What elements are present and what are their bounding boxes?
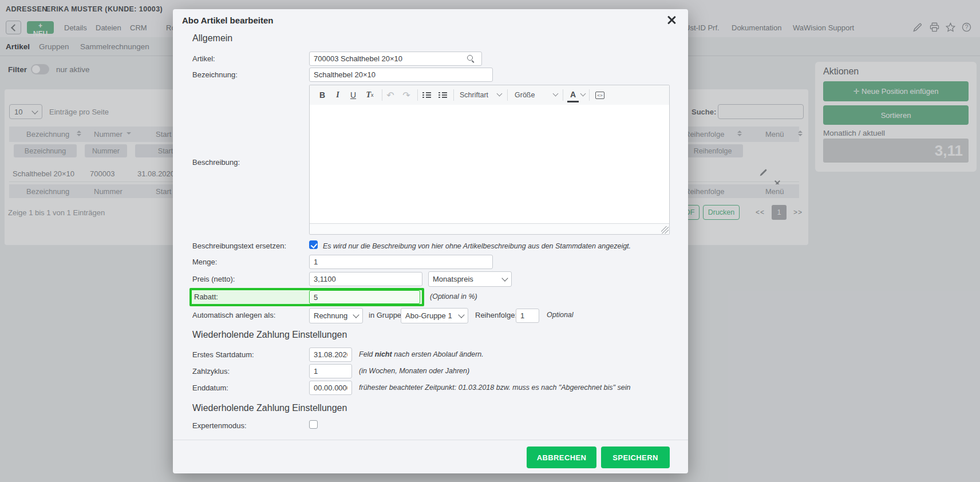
description-editor: B I U Tx ↶ ↷ Schriftart Größe A	[309, 85, 670, 235]
caret-down-icon	[458, 311, 464, 318]
startdatum-note-bold: nicht	[375, 350, 392, 358]
redo-icon[interactable]: ↷	[399, 85, 414, 105]
toolbar-separator	[507, 89, 508, 101]
caret-down-icon	[553, 91, 559, 97]
footer-divider	[173, 440, 688, 440]
startdatum-note-post: nach ersten Abolauf ändern.	[392, 350, 484, 358]
bezeichnung-input[interactable]	[309, 68, 493, 82]
bezeichnung-label: Bezeichnung:	[192, 70, 238, 79]
anlegen-value: Rechnung	[314, 311, 347, 320]
toolbar-separator	[382, 89, 382, 101]
editor-statusbar	[310, 223, 669, 234]
zahlzyklus-note: (in Wochen, Monaten oder Jahren)	[359, 367, 469, 375]
underline-button[interactable]: U	[346, 85, 360, 105]
save-button[interactable]: SPEICHERN	[601, 447, 670, 468]
caret-down-icon	[497, 91, 503, 97]
zahlzyklus-label: Zahlzyklus:	[192, 367, 230, 376]
preis-input[interactable]	[309, 272, 422, 286]
startdatum-input[interactable]	[309, 347, 352, 362]
enddatum-input[interactable]	[309, 381, 352, 395]
resize-handle[interactable]	[661, 226, 669, 234]
section-recurring: Wiederholende Zahlung Einstellungen	[192, 330, 347, 340]
artikel-label: Artikel:	[192, 54, 215, 63]
ersetzen-note: Es wird nur die Beschreibung von hier oh…	[323, 242, 631, 250]
reihenfolge-note: Optional	[547, 311, 574, 319]
editor-toolbar: B I U Tx ↶ ↷ Schriftart Größe A	[310, 85, 669, 105]
cancel-button[interactable]: ABBRECHEN	[527, 447, 596, 468]
anlegen-select[interactable]: Rechnung	[309, 308, 363, 323]
ordered-list-icon[interactable]	[419, 85, 434, 105]
caret-down-icon	[580, 91, 586, 97]
enddatum-label: Enddatum:	[192, 384, 228, 392]
rabatt-label: Rabatt:	[194, 293, 218, 301]
gruppe-select[interactable]: Abo-Gruppe 1	[401, 308, 468, 323]
size-dropdown[interactable]: Größe	[515, 85, 540, 105]
rabatt-input[interactable]	[309, 290, 420, 304]
font-dropdown[interactable]: Schriftart	[460, 85, 493, 105]
modal-title: Abo Artikel bearbeiten	[182, 15, 273, 25]
experten-checkbox[interactable]	[309, 420, 318, 429]
caret-down-icon	[501, 275, 508, 281]
preis-label: Preis (netto):	[192, 275, 235, 283]
ersetzen-checkbox[interactable]	[309, 240, 318, 249]
bullet-list-icon[interactable]	[435, 85, 450, 105]
experten-label: Expertenmodus:	[192, 421, 247, 430]
toolbar-separator	[563, 89, 563, 101]
remove-format-t: T	[366, 90, 371, 100]
toolbar-separator	[417, 89, 418, 101]
app-screen: ADRESSEN ERIKA MUSTER (KUNDE: 10003) + N…	[0, 0, 980, 482]
reihenfolge-input[interactable]	[516, 309, 539, 323]
rabatt-note: (Optional in %)	[430, 293, 477, 301]
toolbar-separator	[589, 89, 590, 101]
gruppe-value: Abo-Gruppe 1	[405, 311, 452, 320]
preis-unit-select[interactable]: Monatspreis	[428, 271, 512, 287]
menge-input[interactable]	[309, 255, 493, 269]
undo-icon[interactable]: ↶	[383, 85, 398, 105]
zahlzyklus-input[interactable]	[309, 364, 352, 378]
source-code-icon[interactable]: <>	[594, 85, 606, 105]
caret-down-icon	[353, 311, 359, 318]
editor-content[interactable]	[310, 105, 669, 224]
startdatum-note: Feld nicht nach ersten Abolauf ändern.	[359, 350, 484, 358]
section-allgemein: Allgemein	[192, 33, 232, 44]
bold-button[interactable]: B	[315, 85, 329, 105]
preis-unit-value: Monatspreis	[433, 275, 473, 283]
menge-label: Menge:	[192, 258, 217, 266]
beschreibung-label: Beschreibung:	[192, 158, 240, 167]
reihenfolge-label: Reihenfolge:	[475, 311, 517, 319]
section-recurring-2: Wiederholende Zahlung Einstellungen	[192, 403, 347, 413]
startdatum-note-pre: Feld	[359, 350, 375, 358]
anlegen-label: Automatisch anlegen als:	[192, 311, 275, 319]
toolbar-separator	[453, 89, 454, 101]
remove-format-button[interactable]: Tx	[362, 85, 377, 105]
remove-format-x: x	[371, 92, 374, 98]
startdatum-label: Erstes Startdatum:	[192, 350, 254, 359]
italic-button[interactable]: I	[331, 85, 344, 105]
gruppe-label: in Gruppe	[369, 311, 401, 319]
text-color-button[interactable]: A	[567, 88, 579, 102]
edit-abo-artikel-modal: Abo Artikel bearbeiten Allgemein Artikel…	[173, 9, 688, 473]
source-glyph: <>	[595, 92, 604, 99]
enddatum-note: frühester beachteter Zeitpunkt: 01.03.20…	[359, 384, 630, 392]
ersetzen-label: Beschreibungstext ersetzen:	[192, 242, 286, 250]
artikel-input[interactable]	[309, 52, 482, 66]
